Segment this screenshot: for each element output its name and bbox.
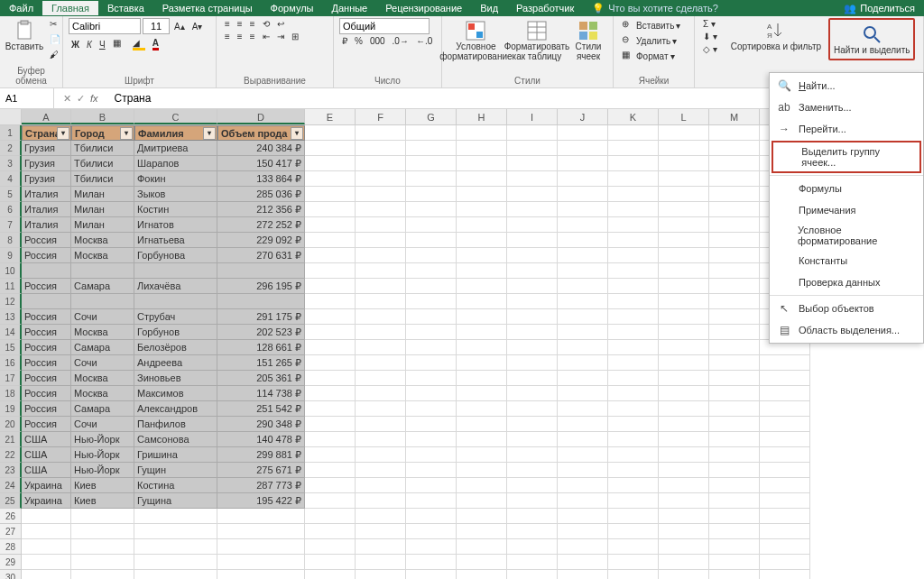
cell-amount[interactable]: 205 361 ₽ xyxy=(217,371,305,386)
cell[interactable] xyxy=(608,555,659,570)
cell[interactable] xyxy=(305,156,356,171)
cell[interactable] xyxy=(356,493,406,509)
cell[interactable] xyxy=(760,555,810,570)
row-header[interactable]: 11 xyxy=(0,279,22,294)
autosum-button[interactable]: Σ ▾ xyxy=(700,18,720,30)
table-header-cell[interactable]: Страна▾ xyxy=(22,125,71,141)
cell[interactable] xyxy=(507,386,558,401)
cell[interactable] xyxy=(558,570,608,579)
cell[interactable] xyxy=(305,309,356,325)
cell[interactable] xyxy=(406,432,457,447)
row-header[interactable]: 2 xyxy=(0,141,22,156)
cell[interactable] xyxy=(134,524,217,539)
decrease-indent-button[interactable]: ⇤ xyxy=(260,31,273,42)
cell[interactable] xyxy=(305,325,356,340)
cell[interactable] xyxy=(406,325,457,340)
cell-surname[interactable]: Горбунов xyxy=(134,325,217,340)
cell[interactable] xyxy=(558,279,608,294)
cell[interactable] xyxy=(608,463,659,478)
cell-amount[interactable]: 202 523 ₽ xyxy=(217,325,305,340)
cell[interactable] xyxy=(406,141,457,156)
cell[interactable] xyxy=(217,570,305,579)
menu-goto-special[interactable]: Выделить группу ячеек... xyxy=(772,141,921,173)
cell[interactable] xyxy=(457,371,507,386)
cell[interactable] xyxy=(608,325,659,340)
col-header-I[interactable]: I xyxy=(507,109,558,124)
cut-button[interactable]: ✂ xyxy=(47,18,65,32)
cell[interactable] xyxy=(305,294,356,309)
sort-filter-button[interactable]: AЯ Сортировка и фильтр xyxy=(727,18,825,53)
cell[interactable] xyxy=(457,447,507,463)
cell[interactable] xyxy=(457,217,507,233)
cell[interactable] xyxy=(406,263,457,279)
cell[interactable] xyxy=(507,156,558,171)
col-header-F[interactable]: F xyxy=(356,109,406,124)
row-header[interactable]: 20 xyxy=(0,417,22,432)
cell-amount[interactable]: 290 348 ₽ xyxy=(217,417,305,432)
cell[interactable] xyxy=(507,325,558,340)
menu-selection-pane[interactable]: ▤Область выделения... xyxy=(770,319,923,341)
cell[interactable] xyxy=(608,217,659,233)
cell[interactable] xyxy=(507,570,558,579)
row-header[interactable]: 13 xyxy=(0,309,22,325)
cell[interactable] xyxy=(709,294,760,309)
cell[interactable] xyxy=(760,570,810,579)
cell[interactable] xyxy=(507,432,558,447)
cell[interactable] xyxy=(356,371,406,386)
cell[interactable] xyxy=(356,279,406,294)
cell[interactable] xyxy=(406,493,457,509)
cell-city[interactable]: Москва xyxy=(71,325,134,340)
cell-country[interactable]: Грузия xyxy=(22,171,71,187)
align-left-button[interactable]: ≡ xyxy=(222,31,233,42)
cell[interactable] xyxy=(305,417,356,432)
row-header[interactable]: 4 xyxy=(0,171,22,187)
tab-developer[interactable]: Разработчик xyxy=(507,1,583,15)
cell[interactable] xyxy=(457,386,507,401)
cell[interactable] xyxy=(507,478,558,493)
cell-country[interactable]: Италия xyxy=(22,187,71,202)
cell[interactable] xyxy=(356,355,406,371)
cell-city[interactable]: Тбилиси xyxy=(71,141,134,156)
cell[interactable] xyxy=(507,279,558,294)
cell[interactable] xyxy=(709,417,760,432)
cell-country[interactable]: Украина xyxy=(22,493,71,509)
paste-button[interactable]: Вставить xyxy=(5,18,43,53)
filter-button[interactable]: ▾ xyxy=(203,127,216,140)
increase-indent-button[interactable]: ⇥ xyxy=(274,31,287,42)
cell[interactable] xyxy=(305,509,356,524)
cell[interactable] xyxy=(558,524,608,539)
row-header[interactable]: 6 xyxy=(0,202,22,217)
cell[interactable] xyxy=(558,539,608,555)
cell-city[interactable]: Нью-Йорк xyxy=(71,463,134,478)
cell[interactable] xyxy=(356,478,406,493)
tab-data[interactable]: Данные xyxy=(322,1,376,15)
cell[interactable] xyxy=(356,125,406,141)
cell[interactable] xyxy=(22,539,71,555)
cell[interactable] xyxy=(507,539,558,555)
cell[interactable] xyxy=(659,555,709,570)
cell[interactable] xyxy=(406,371,457,386)
cell-surname[interactable]: Горбунова xyxy=(134,248,217,263)
cell[interactable] xyxy=(457,524,507,539)
cell[interactable] xyxy=(709,125,760,141)
col-header-J[interactable]: J xyxy=(558,109,608,124)
tab-page-layout[interactable]: Разметка страницы xyxy=(153,1,262,15)
cell[interactable] xyxy=(305,371,356,386)
menu-replace[interactable]: abЗаменить... xyxy=(770,96,923,118)
cell[interactable] xyxy=(608,309,659,325)
cell[interactable] xyxy=(507,447,558,463)
row-header[interactable]: 23 xyxy=(0,463,22,478)
cell-amount[interactable] xyxy=(217,294,305,309)
menu-formulas[interactable]: Формулы xyxy=(770,178,923,199)
cell[interactable] xyxy=(406,478,457,493)
cell[interactable] xyxy=(709,202,760,217)
cell-city[interactable]: Киев xyxy=(71,478,134,493)
cell-amount[interactable]: 195 422 ₽ xyxy=(217,493,305,509)
menu-constants[interactable]: Константы xyxy=(770,250,923,271)
cell[interactable] xyxy=(760,539,810,555)
cell-amount[interactable]: 272 252 ₽ xyxy=(217,217,305,233)
cell[interactable] xyxy=(22,524,71,539)
cell[interactable] xyxy=(608,202,659,217)
cell[interactable] xyxy=(305,171,356,187)
cell[interactable] xyxy=(760,355,810,371)
